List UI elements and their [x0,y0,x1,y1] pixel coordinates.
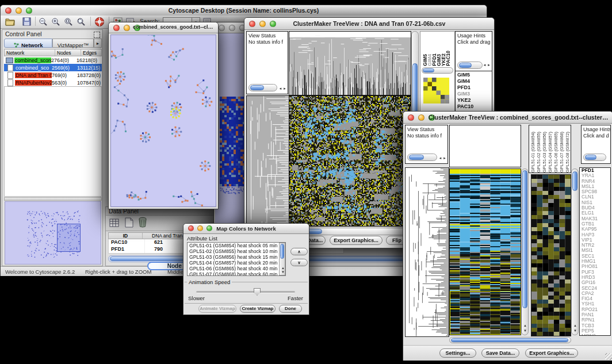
tv1-labels-hscrollbar[interactable] [422,67,453,74]
export-graphics-button[interactable]: Export Graphics... [525,348,578,358]
tv1-selected-cluster-matrix[interactable] [423,78,449,104]
close-button[interactable] [188,225,194,231]
create-vizmap-button[interactable]: Create Vizmap [240,305,276,313]
gene-label[interactable]: PAC10 [456,104,492,110]
attribute-table-icon[interactable] [109,218,120,228]
network-row[interactable]: combined_scores2764(0)16218(0) [4,56,102,64]
tab-network[interactable]: Network [4,39,52,48]
treeview1-titlebar[interactable]: ClusterMaker TreeView : DNA and Tran 07-… [244,18,494,30]
birdseye-view[interactable] [5,201,101,265]
scroll-arrows[interactable]: ◄ ► [483,63,491,67]
attribute-item[interactable]: GPL51-02 (GSM855) heat shock 10 min [188,248,285,254]
col-header-nodes[interactable]: Nodes [55,49,81,56]
network-canvas[interactable] [111,35,216,206]
attribute-item[interactable]: GPL51-07 (GSM868) heat shock 60 min [188,271,285,276]
tv1-heatmap[interactable] [289,95,411,227]
network-list-empty-area[interactable] [4,86,102,197]
attribute-item[interactable]: GPL51-03 (GSM856) heat shock 15 min [188,254,285,260]
minimize-button[interactable] [418,114,424,121]
gene-label[interactable]: GIM3 [456,91,492,97]
gene-label[interactable]: YKE2 [456,97,492,104]
tab-vizmapper[interactable]: VizMapper™ [52,39,94,48]
minimize-button[interactable] [229,25,235,31]
scroll-down-arrow[interactable]: ▼ [280,270,286,274]
tv2-row-dendrogram[interactable] [405,167,449,337]
col-header-network[interactable]: Network [5,49,55,56]
scroll-arrows[interactable]: ◄ ► [438,156,446,160]
gene-label[interactable]: MON2 [580,334,610,336]
settings-button[interactable]: Settings... [439,348,476,358]
open-file-icon[interactable] [5,17,15,26]
close-button[interactable] [5,7,12,14]
move-down-button[interactable]: ∨ [290,259,308,266]
export-graphics-button[interactable]: Export Graphics... [330,236,382,245]
tv1-row-dendrogram[interactable] [246,95,289,235]
gene-label[interactable]: PFD1 [456,85,492,91]
attribute-item[interactable]: GPL51-06 (GSM865) heat shock 40 min [188,266,285,271]
scroll-arrows[interactable]: ◄ ► [278,87,286,90]
treeview2-titlebar[interactable]: ClusterMaker TreeView : combined_scores_… [403,112,612,124]
zoom-in-icon[interactable] [51,17,60,26]
move-up-button[interactable]: ∧ [290,248,308,255]
col-header-id[interactable]: ID [109,233,143,239]
network-row[interactable]: combined_sco2569(6)13112(15) [4,64,102,71]
zoom-selected-icon[interactable] [64,17,73,26]
scroll-up-arrow[interactable]: ▲ [280,266,286,270]
slider-thumb[interactable] [254,288,261,296]
attribute-item[interactable]: GPL51-01 (GSM854) heat shock 05 min [188,243,285,248]
close-button[interactable] [113,25,120,31]
column-label[interactable]: GPL51-08 (GSM872) [565,132,571,173]
tv2-heatmap[interactable] [449,168,521,335]
gene-label[interactable]: GIM5 [456,72,492,78]
done-button[interactable]: Done [279,305,302,313]
close-button[interactable] [219,25,225,31]
gene-label[interactable]: GIM4 [456,78,492,85]
zoom-out-icon[interactable] [39,17,48,26]
save-session-icon[interactable] [22,17,31,26]
save-data-button[interactable]: Save Data... [481,348,519,358]
network-row[interactable]: RNAPuberNov2+563(0)107847(0) [4,79,102,86]
tv2-zoom-heatmap[interactable] [531,174,571,336]
close-button[interactable] [408,114,414,121]
birdseye-canvas[interactable] [5,202,101,264]
tv2-status-hscrollbar[interactable] [407,154,437,161]
tv2-hscrollbar[interactable] [449,337,571,343]
minimize-button[interactable] [197,225,203,231]
column-label[interactable]: PAC10 [446,51,450,66]
col-header-edges[interactable]: Edges [81,49,101,56]
attribute-list-vscrollbar[interactable]: ▲ ▼ [279,243,285,275]
close-button[interactable] [249,21,255,27]
resize-grip[interactable] [605,353,612,360]
tv2-genelist-vscrollbar[interactable]: ▲ ▼ [571,168,579,335]
animate-vizmap-button[interactable]: Animate Vizmap [198,305,236,313]
tv1-status-hscrollbar[interactable] [248,84,277,91]
tv1-column-dendrogram[interactable] [289,31,411,95]
zoom-fit-icon[interactable] [76,17,86,26]
network-row[interactable]: DNA and Tran 07769(0)183728(0) [4,71,102,79]
minimize-button[interactable] [259,21,266,27]
splitter-handle[interactable] [4,197,102,201]
bg-network-canvas-area[interactable] [215,33,247,250]
new-attribute-icon[interactable] [124,217,133,228]
delete-attribute-icon[interactable] [138,217,147,228]
tv2-heatmap-vscrollbar[interactable]: ▲ ▼ [521,168,529,335]
scroll-down-arrow[interactable]: ▼ [522,329,529,333]
bg-window-titlebar[interactable] [214,22,248,33]
tv1-genes-hscrollbar[interactable] [457,62,483,69]
scroll-up-arrow[interactable]: ▲ [572,324,579,328]
tv2-hints-hscrollbar[interactable] [583,154,606,161]
animation-speed-slider[interactable] [196,291,295,293]
tv2-column-dendrogram-area[interactable] [449,125,521,167]
dialog-titlebar[interactable]: Map Colors to Network [183,224,309,234]
float-panel-icon[interactable] [94,32,100,38]
scroll-down-arrow[interactable]: ▼ [572,329,579,333]
minimize-button[interactable] [124,25,130,31]
tab-overflow-button[interactable]: ► [94,39,102,48]
network-view-titlebar[interactable]: combined_scores_good.txt--cluste... [109,22,218,33]
main-titlebar[interactable]: Cytoscape Desktop (Session Name: collins… [1,5,487,16]
help-lifering-icon[interactable] [94,17,105,27]
attribute-item[interactable]: GPL51-04 (GSM857) heat shock 20 min [188,260,285,266]
dense-cluster-canvas[interactable] [220,97,246,194]
scroll-up-arrow[interactable]: ▲ [522,324,529,328]
network-canvas-area[interactable] [110,35,216,207]
